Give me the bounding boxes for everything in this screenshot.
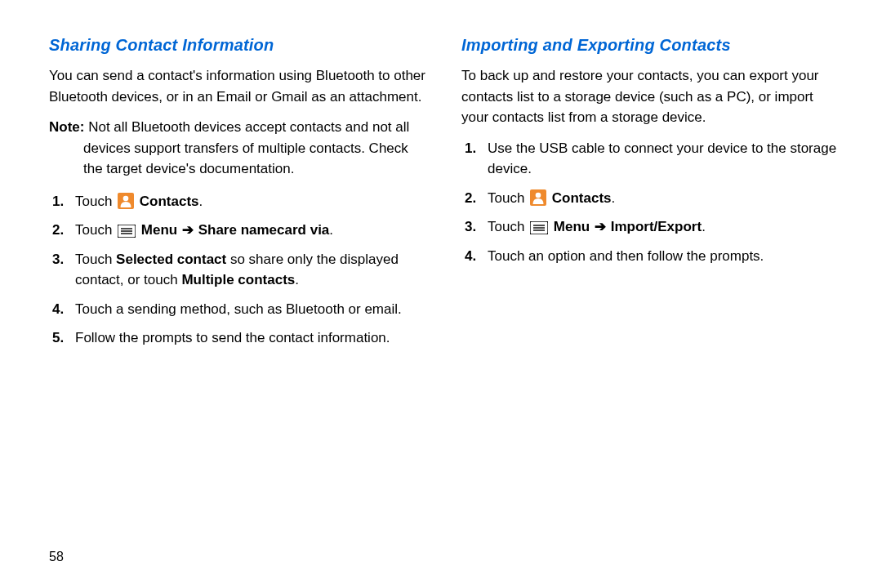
contacts-icon bbox=[118, 193, 134, 209]
note-block: Note: Not all Bluetooth devices accept c… bbox=[49, 117, 429, 180]
period: . bbox=[295, 272, 299, 287]
period: . bbox=[702, 219, 706, 234]
contacts-icon bbox=[530, 189, 546, 206]
multiple-contacts-label: Multiple contacts bbox=[181, 272, 295, 287]
action-label: Share namecard via bbox=[198, 222, 330, 238]
period: . bbox=[199, 194, 203, 209]
steps-sharing: Touch Contacts. Touch Menu ➔ Share namec… bbox=[49, 191, 429, 349]
selected-contact-label: Selected contact bbox=[116, 252, 226, 267]
step-item: Touch an option and then follow the prom… bbox=[461, 246, 841, 267]
intro-importing: To back up and restore your contacts, yo… bbox=[461, 65, 841, 128]
page-number: 58 bbox=[49, 547, 64, 567]
steps-importing: Use the USB cable to connect your device… bbox=[461, 138, 841, 267]
step-item: Touch a sending method, such as Bluetoot… bbox=[49, 299, 429, 320]
svg-point-1 bbox=[123, 195, 129, 201]
arrow-icon: ➔ bbox=[590, 219, 610, 234]
step-item: Touch Menu ➔ Share namecard via. bbox=[49, 220, 429, 241]
menu-icon bbox=[118, 225, 136, 238]
menu-label: Menu bbox=[141, 222, 177, 238]
step-text: Touch a sending method, such as Bluetoot… bbox=[75, 299, 429, 320]
step-text: Touch bbox=[488, 219, 528, 234]
arrow-icon: ➔ bbox=[177, 222, 198, 238]
step-text: Touch bbox=[75, 252, 116, 267]
heading-importing: Importing and Exporting Contacts bbox=[461, 33, 841, 57]
step-text: Touch bbox=[75, 222, 116, 238]
step-text: Follow the prompts to send the contact i… bbox=[75, 327, 429, 349]
heading-sharing: Sharing Contact Information bbox=[49, 33, 429, 57]
step-item: Touch Selected contact so share only the… bbox=[49, 249, 429, 291]
note-label: Note: bbox=[49, 119, 84, 135]
step-text: Touch bbox=[488, 190, 528, 206]
step-item: Touch Contacts. bbox=[49, 191, 429, 212]
note-text-first: Not all Bluetooth devices accept contact… bbox=[88, 119, 409, 135]
note-text-rest: devices support transfers of multiple co… bbox=[49, 138, 429, 180]
svg-point-7 bbox=[536, 192, 541, 198]
step-item: Touch Menu ➔ Import/Export. bbox=[461, 216, 841, 238]
action-label: Import/Export bbox=[611, 219, 702, 234]
step-text: Touch bbox=[75, 194, 116, 209]
period: . bbox=[329, 222, 333, 238]
step-text: Use the USB cable to connect your device… bbox=[488, 138, 841, 180]
step-item: Touch Contacts. bbox=[461, 188, 841, 209]
contacts-label: Contacts bbox=[552, 190, 612, 206]
step-text: Touch an option and then follow the prom… bbox=[488, 246, 841, 267]
menu-icon bbox=[530, 221, 548, 234]
step-item: Use the USB cable to connect your device… bbox=[461, 138, 841, 180]
right-column: Importing and Exporting Contacts To back… bbox=[461, 33, 841, 564]
period: . bbox=[612, 190, 616, 206]
step-item: Follow the prompts to send the contact i… bbox=[49, 327, 429, 349]
menu-label: Menu bbox=[554, 219, 590, 234]
left-column: Sharing Contact Information You can send… bbox=[49, 33, 429, 564]
intro-sharing: You can send a contact's information usi… bbox=[49, 65, 429, 107]
contacts-label: Contacts bbox=[140, 194, 199, 209]
